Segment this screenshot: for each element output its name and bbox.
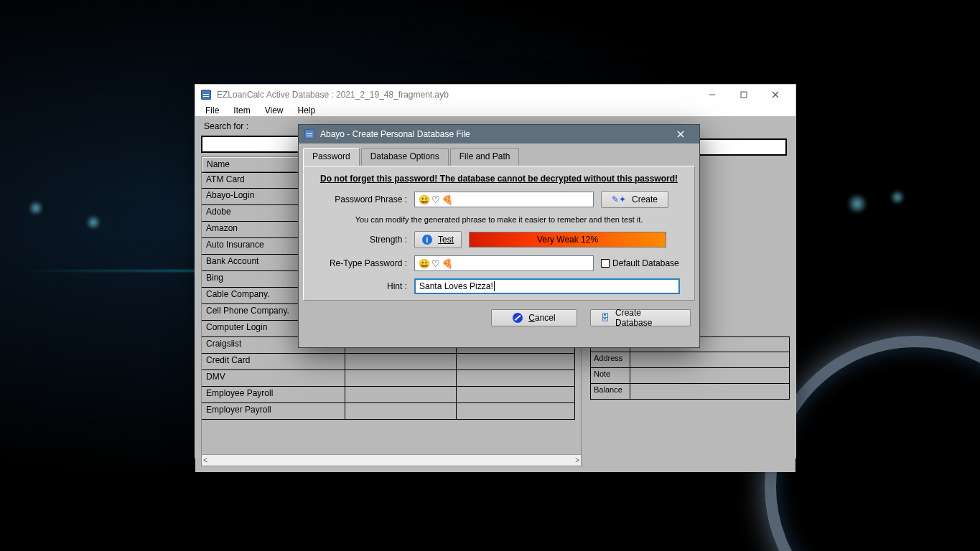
row-password-phrase: Password Phrase : 😀♡🍕 ✎✦ Create: [314, 191, 684, 208]
dialog-app-icon: [304, 129, 314, 139]
cell-name: DMV: [202, 370, 345, 387]
cancel-button[interactable]: Cancel: [491, 309, 577, 326]
row-strength: Strength : i Test Very Weak 12%: [314, 231, 684, 248]
detail-key: Balance: [590, 384, 630, 400]
detail-value[interactable]: [630, 368, 790, 384]
cell-blank: [457, 403, 575, 420]
maximize-button[interactable]: [728, 85, 760, 105]
menubar: File Item View Help: [195, 105, 795, 116]
bokeh-light: [847, 194, 867, 214]
main-titlebar[interactable]: EZLoanCalc Active Database : 2021_2_19_4…: [195, 85, 795, 105]
minimize-icon: [709, 91, 716, 98]
dialog-tabs: Password Database Options File and Path: [299, 143, 699, 166]
app-icon: [201, 90, 211, 100]
label-strength: Strength :: [314, 235, 407, 245]
hint-value: Santa Loves Pizza!: [419, 281, 493, 291]
table-row[interactable]: Credit Card: [202, 354, 581, 370]
cancel-rest: ancel: [535, 313, 556, 323]
row-retype: Re-Type Password : 😀♡🍕 Default Database: [314, 255, 684, 271]
menu-file[interactable]: File: [200, 105, 225, 116]
scroll-right-icon: >: [575, 456, 579, 464]
maximize-icon: [740, 91, 747, 98]
detail-value[interactable]: [630, 384, 790, 400]
cell-blank: [345, 403, 457, 420]
horizontal-scrollbar[interactable]: < >: [202, 454, 581, 466]
table-row[interactable]: Employer Payroll: [202, 403, 581, 420]
detail-key: Address: [590, 352, 630, 368]
strength-value: Very Weak 12%: [537, 235, 598, 245]
test-label: Test: [438, 235, 454, 245]
close-icon: [677, 131, 684, 138]
hint-input[interactable]: Santa Loves Pizza!: [414, 278, 680, 294]
checkbox-icon: [601, 259, 610, 268]
helper-text: You can modify the generated phrase to m…: [314, 215, 684, 224]
create-database-button[interactable]: 🗄 Create Database: [590, 309, 691, 326]
label-hint: Hint :: [314, 281, 407, 291]
menu-view[interactable]: View: [259, 105, 289, 116]
close-icon: [772, 91, 779, 98]
dialog-title: Abayo - Create Personal Database File: [320, 129, 470, 139]
cell-blank: [457, 370, 575, 387]
row-hint: Hint : Santa Loves Pizza!: [314, 278, 684, 294]
tab-page-password: Do not forget this password! The databas…: [303, 166, 695, 301]
create-phrase-button[interactable]: ✎✦ Create: [601, 191, 668, 208]
strength-meter: Very Weak 12%: [469, 232, 666, 248]
label-retype: Re-Type Password :: [314, 258, 407, 268]
tab-password[interactable]: Password: [303, 148, 360, 166]
password-phrase-input[interactable]: 😀♡🍕: [414, 192, 594, 207]
password-warning: Do not forget this password! The databas…: [314, 174, 684, 184]
scroll-left-icon: <: [203, 456, 207, 464]
label-password-phrase: Password Phrase :: [314, 194, 407, 204]
test-strength-button[interactable]: i Test: [414, 231, 462, 248]
table-row[interactable]: Employee Payroll: [202, 387, 581, 403]
bokeh-light: [86, 215, 101, 230]
detail-row: Note: [590, 368, 790, 384]
retype-password-value: 😀♡🍕: [419, 258, 454, 269]
detail-row: Balance: [590, 384, 790, 400]
dialog-button-row: Cancel 🗄 Create Database: [299, 305, 699, 334]
deny-icon: [513, 313, 523, 323]
cell-name: Employee Payroll: [202, 387, 345, 403]
cell-name: Credit Card: [202, 354, 345, 370]
default-database-checkbox[interactable]: Default Database: [601, 258, 679, 268]
cell-blank: [457, 354, 575, 370]
close-button[interactable]: [760, 85, 791, 105]
tab-database-options[interactable]: Database Options: [361, 148, 449, 166]
info-icon: i: [422, 235, 432, 245]
tab-file-and-path[interactable]: File and Path: [450, 148, 520, 166]
database-icon: 🗄: [601, 313, 610, 323]
text-caret: [494, 281, 495, 291]
main-window-title: EZLoanCalc Active Database : 2021_2_19_4…: [217, 90, 449, 100]
minimize-button[interactable]: [696, 85, 728, 105]
dialog-close-button[interactable]: [666, 125, 695, 143]
menu-item[interactable]: Item: [228, 105, 256, 116]
create-db-dialog: Abayo - Create Personal Database File Pa…: [298, 124, 700, 348]
create-phrase-label: Create: [632, 194, 658, 204]
svg-rect-1: [741, 92, 747, 98]
cell-blank: [345, 354, 457, 370]
cell-blank: [345, 387, 457, 403]
menu-help[interactable]: Help: [291, 105, 321, 116]
retype-password-input[interactable]: 😀♡🍕: [414, 255, 594, 271]
cell-blank: [457, 387, 575, 403]
wand-icon: ✎✦: [612, 194, 626, 204]
cell-name: Employer Payroll: [202, 403, 345, 420]
decorative-arc: [765, 336, 980, 551]
cell-blank: [345, 370, 457, 387]
detail-row: Address: [590, 352, 790, 368]
search-label: Search for :: [201, 121, 251, 132]
password-phrase-value: 😀♡🍕: [419, 194, 454, 205]
default-database-label: Default Database: [612, 258, 679, 268]
table-row[interactable]: DMV: [202, 370, 581, 387]
bokeh-light: [29, 201, 43, 215]
create-database-label: Create Database: [615, 308, 680, 328]
cancel-letter: C: [528, 313, 535, 323]
dialog-titlebar[interactable]: Abayo - Create Personal Database File: [299, 125, 699, 143]
detail-value[interactable]: [630, 352, 790, 368]
bokeh-light: [890, 190, 905, 204]
detail-key: Note: [590, 368, 630, 384]
